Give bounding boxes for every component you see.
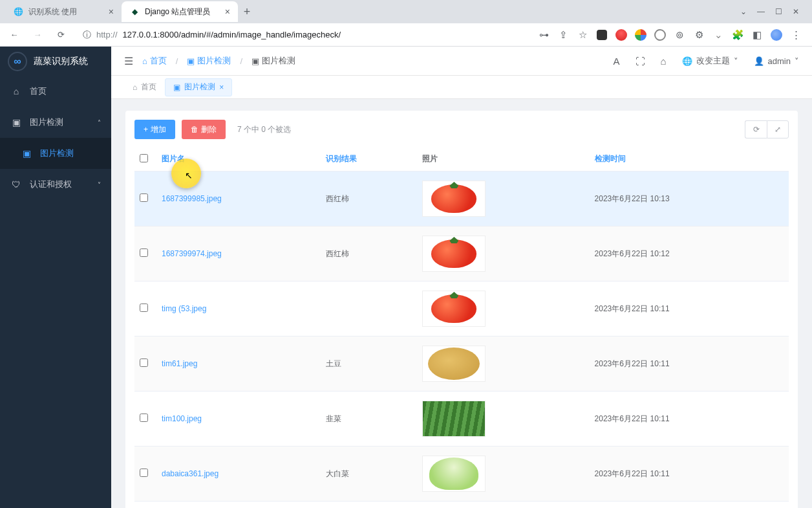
close-icon[interactable]: × bbox=[225, 6, 230, 17]
thumbnail bbox=[422, 401, 486, 437]
info-icon[interactable]: ⓘ bbox=[83, 29, 91, 41]
result-cell: 西红柿 bbox=[321, 226, 417, 282]
col-result[interactable]: 识别结果 bbox=[321, 147, 417, 171]
file-link[interactable]: 1687399985.jpeg bbox=[162, 194, 222, 203]
user-menu[interactable]: 👤 admin ˅ bbox=[754, 56, 799, 66]
row-checkbox[interactable] bbox=[140, 414, 148, 422]
home-icon: ⌂ bbox=[10, 86, 22, 96]
sidebar-item-label: 图片检测 bbox=[30, 116, 63, 128]
delete-button[interactable]: 🗑 删除 bbox=[182, 120, 226, 139]
result-cell bbox=[321, 282, 417, 337]
file-link[interactable]: dabaica361.jpeg bbox=[162, 469, 219, 478]
extension-icon[interactable] bbox=[654, 29, 666, 41]
expand-button[interactable]: ⤢ bbox=[767, 120, 789, 138]
col-time[interactable]: 检测时间 bbox=[590, 147, 789, 171]
file-link[interactable]: timg (53.jpeg bbox=[162, 304, 206, 313]
url-field[interactable]: ⓘ http://127.0.0.1:8000/admin/#/admin/im… bbox=[75, 26, 533, 44]
extensions-icon[interactable]: 🧩 bbox=[732, 29, 743, 41]
new-tab-button[interactable]: + bbox=[238, 3, 256, 21]
thumbnail bbox=[422, 181, 486, 217]
side-panel-icon[interactable]: ◧ bbox=[751, 29, 763, 41]
chevron-down-icon[interactable]: ⌄ bbox=[740, 7, 747, 16]
share-icon[interactable]: ⇪ bbox=[557, 29, 569, 41]
file-link[interactable]: tim100.jpeg bbox=[162, 414, 202, 423]
forward-button[interactable]: → bbox=[28, 26, 47, 44]
close-icon[interactable]: × bbox=[109, 6, 114, 17]
row-checkbox[interactable] bbox=[140, 193, 148, 202]
close-window-icon[interactable]: ✕ bbox=[793, 7, 799, 16]
trash-icon: 🗑 bbox=[191, 125, 198, 134]
main-area: ☰ ⌂ 首页 / ▣ 图片检测 / ▣ 图片检测 A ⛶ ⌂ 🌐 改变主题 bbox=[111, 47, 812, 508]
thumbnail bbox=[422, 291, 486, 327]
content-area: + 增加 🗑 删除 7 个中 0 个被选 ⟳ ⤢ bbox=[111, 99, 812, 508]
sidebar-item-image-check[interactable]: ▣ 图片检测 ˄ bbox=[0, 107, 111, 138]
extension-icon[interactable] bbox=[596, 29, 608, 41]
breadcrumb-home[interactable]: ⌂ 首页 bbox=[142, 55, 167, 67]
maximize-icon[interactable]: ☐ bbox=[775, 7, 782, 16]
tab-home[interactable]: ⌂ 首页 bbox=[124, 78, 165, 96]
toolbar: + 增加 🗑 删除 7 个中 0 个被选 ⟳ ⤢ bbox=[134, 120, 789, 139]
url-prefix: http:// bbox=[96, 30, 118, 39]
page-tabs: ⌂ 首页 ▣ 图片检测 × bbox=[111, 76, 812, 99]
file-link[interactable]: 1687399974.jpeg bbox=[162, 249, 222, 258]
row-checkbox[interactable] bbox=[140, 359, 148, 367]
extension-icon[interactable]: ⚙ bbox=[693, 29, 705, 41]
sidebar-item-auth[interactable]: 🛡 认证和授权 ˅ bbox=[0, 169, 111, 200]
close-icon[interactable]: × bbox=[219, 83, 224, 92]
theme-selector[interactable]: 🌐 改变主题 ˅ bbox=[682, 55, 738, 67]
file-link[interactable]: tim61.jpeg bbox=[162, 359, 197, 368]
extension-icon[interactable]: ⌄ bbox=[712, 29, 724, 41]
home-icon[interactable]: ⌂ bbox=[661, 56, 667, 67]
row-checkbox[interactable] bbox=[140, 248, 148, 257]
add-button[interactable]: + 增加 bbox=[134, 120, 175, 139]
django-icon: ◆ bbox=[129, 6, 140, 17]
time-cell: 2023年6月22日 10:13 bbox=[590, 171, 789, 226]
sidebar-item-label: 图片检测 bbox=[40, 148, 74, 159]
user-icon: 👤 bbox=[754, 56, 764, 66]
logo-icon: ∞ bbox=[8, 52, 27, 71]
table-row: 1687399974.jpeg西红柿2023年6月22日 10:12 bbox=[134, 226, 789, 282]
extension-icon[interactable]: ⊚ bbox=[674, 29, 685, 41]
chevron-down-icon: ˅ bbox=[98, 181, 101, 188]
menu-icon[interactable]: ⋮ bbox=[790, 29, 802, 41]
key-icon[interactable]: ⊶ bbox=[538, 29, 550, 41]
table-row: dabaica361.jpeg大白菜2023年6月22日 10:11 bbox=[134, 447, 789, 502]
extension-icon[interactable] bbox=[635, 29, 646, 41]
select-all-checkbox[interactable] bbox=[140, 154, 148, 162]
extension-icon[interactable] bbox=[615, 29, 627, 41]
breadcrumb-sep: / bbox=[176, 56, 178, 66]
sidebar-item-home[interactable]: ⌂ 首页 bbox=[0, 76, 111, 107]
globe-icon: 🌐 bbox=[682, 56, 692, 66]
breadcrumb-sep: / bbox=[240, 56, 242, 66]
browser-chrome: 🌐 识别系统 使用 × ◆ Django 站点管理员 × + ⌄ — ☐ ✕ ←… bbox=[0, 0, 812, 47]
sidebar-subitem-image-check[interactable]: ▣ 图片检测 bbox=[0, 138, 111, 169]
time-cell: 2023年6月22日 10:11 bbox=[590, 447, 789, 502]
row-checkbox[interactable] bbox=[140, 469, 148, 477]
breadcrumb-lvl1[interactable]: ▣ 图片检测 bbox=[187, 55, 231, 67]
table-row: timg (53.jpeg2023年6月22日 10:11 bbox=[134, 282, 789, 337]
row-checkbox[interactable] bbox=[140, 304, 148, 312]
topbar: ☰ ⌂ 首页 / ▣ 图片检测 / ▣ 图片检测 A ⛶ ⌂ 🌐 改变主题 bbox=[111, 47, 812, 76]
reload-button[interactable]: ⟳ bbox=[52, 26, 70, 44]
tab-image-check[interactable]: ▣ 图片检测 × bbox=[165, 78, 232, 96]
chevron-down-icon: ˅ bbox=[734, 56, 738, 66]
result-cell: 土豆 bbox=[321, 337, 417, 392]
back-button[interactable]: ← bbox=[5, 26, 23, 44]
time-cell: 2023年6月22日 10:11 bbox=[590, 282, 789, 337]
result-cell: 西红柿 bbox=[321, 171, 417, 226]
browser-tab-active[interactable]: ◆ Django 站点管理员 × bbox=[122, 1, 238, 22]
avatar-icon[interactable] bbox=[771, 29, 782, 41]
sidebar: ∞ 蔬菜识别系统 ⌂ 首页 ▣ 图片检测 ˄ ▣ 图片检测 🛡 认证和授权 ˅ bbox=[0, 47, 111, 508]
col-name[interactable]: 图片名 bbox=[156, 147, 321, 171]
browser-tab[interactable]: 🌐 识别系统 使用 × bbox=[5, 1, 122, 22]
font-icon[interactable]: A bbox=[614, 56, 620, 67]
fullscreen-icon[interactable]: ⛶ bbox=[636, 56, 645, 67]
app-root: ∞ 蔬菜识别系统 ⌂ 首页 ▣ 图片检测 ˄ ▣ 图片检测 🛡 认证和授权 ˅ bbox=[0, 47, 812, 508]
hamburger-icon[interactable]: ☰ bbox=[124, 55, 133, 67]
table-row: 1687399985.jpeg西红柿2023年6月22日 10:13 bbox=[134, 171, 789, 226]
star-icon[interactable]: ☆ bbox=[577, 29, 588, 41]
refresh-button[interactable]: ⟳ bbox=[745, 120, 767, 138]
time-cell: 2023年6月22日 10:10 bbox=[590, 502, 789, 509]
minimize-icon[interactable]: — bbox=[757, 7, 765, 16]
tab-strip: 🌐 识别系统 使用 × ◆ Django 站点管理员 × + ⌄ — ☐ ✕ bbox=[0, 0, 812, 23]
